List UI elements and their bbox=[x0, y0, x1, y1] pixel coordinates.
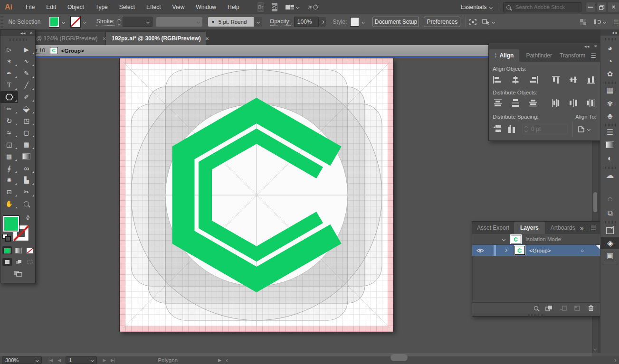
arrange-documents-button[interactable] bbox=[285, 4, 299, 10]
brush-dropdown-button[interactable] bbox=[254, 17, 262, 27]
dock-color[interactable]: ◕ bbox=[600, 42, 619, 54]
chevron-down-icon[interactable] bbox=[362, 20, 365, 24]
polygon-tool[interactable] bbox=[0, 91, 18, 103]
fit-artwork-button[interactable] bbox=[469, 19, 476, 25]
dock-symbols[interactable]: ♣ bbox=[600, 110, 619, 122]
tab-document-2[interactable]: 192px.ai* @ 300% (RGB/Preview) ✕ bbox=[106, 32, 206, 45]
panel-menu-icon[interactable]: ☰ bbox=[590, 52, 596, 59]
bridge-button[interactable]: Br bbox=[257, 2, 264, 12]
stroke-width-dropdown[interactable] bbox=[123, 17, 152, 27]
draw-behind-button[interactable] bbox=[14, 258, 23, 266]
expand-chevron-icon[interactable] bbox=[504, 249, 507, 252]
stroke-swatch[interactable] bbox=[70, 16, 81, 28]
dock-libraries[interactable]: ☁ bbox=[600, 169, 619, 181]
isolation-layer-link[interactable]: r 10 bbox=[36, 47, 45, 54]
visibility-toggle[interactable] bbox=[476, 247, 485, 254]
free-transform-tool[interactable]: ▢ bbox=[18, 127, 36, 139]
horizontal-scrollbar-thumb[interactable] bbox=[390, 354, 408, 361]
dock-grip[interactable] bbox=[604, 221, 616, 224]
tab-asset-export[interactable]: Asset Export bbox=[477, 224, 509, 231]
opacity-field[interactable]: 100% bbox=[294, 17, 319, 27]
mesh-tool[interactable]: ▩ bbox=[0, 150, 18, 162]
opacity-panel-link[interactable]: Opacity: bbox=[270, 18, 291, 26]
gradient-tool[interactable] bbox=[18, 150, 36, 162]
tab-layers[interactable]: Layers bbox=[514, 222, 545, 234]
stock-search-box[interactable] bbox=[503, 2, 581, 12]
dock-color-guide[interactable]: ◔ bbox=[600, 55, 619, 67]
paintbrush-tool[interactable]: ✐ bbox=[18, 91, 36, 103]
dock-gradient[interactable] bbox=[600, 139, 619, 151]
distribute-bottom-button[interactable] bbox=[526, 98, 540, 108]
fill-proxy[interactable] bbox=[3, 215, 19, 232]
screen-mode-button[interactable] bbox=[11, 269, 24, 278]
artboard[interactable] bbox=[120, 58, 393, 332]
align-right-button[interactable] bbox=[526, 75, 540, 85]
slice-tool[interactable]: ✂ bbox=[18, 186, 36, 198]
chevron-down-icon[interactable] bbox=[83, 20, 86, 24]
curvature-tool[interactable]: ✎ bbox=[18, 67, 36, 79]
artboard-tool[interactable]: ⊡ bbox=[0, 186, 18, 198]
rotate-tool[interactable]: ↻ bbox=[0, 115, 18, 127]
fill-swatch[interactable] bbox=[49, 16, 59, 28]
status-chevron-left-icon[interactable]: ‹ bbox=[226, 357, 228, 364]
magic-wand-tool[interactable]: ✶ bbox=[0, 56, 18, 67]
target-circle-icon[interactable]: ○ bbox=[581, 248, 584, 253]
panel-drag-grip[interactable] bbox=[9, 38, 27, 41]
tab-artboards[interactable]: Artboards bbox=[551, 224, 575, 231]
close-icon[interactable]: ✕ bbox=[29, 31, 33, 35]
dock-layers[interactable]: ◈ bbox=[601, 237, 619, 249]
dock-swatches[interactable]: ▦ bbox=[600, 84, 619, 96]
tab-pathfinder[interactable]: Pathfinder bbox=[526, 52, 552, 59]
eyedropper-tool[interactable]: ∮ bbox=[0, 162, 18, 174]
color-mode-button[interactable] bbox=[2, 246, 12, 254]
opacity-submenu-button[interactable] bbox=[319, 17, 326, 27]
layer-row-isolation[interactable]: Isolation Mode bbox=[472, 234, 600, 245]
status-flyout-icon[interactable]: ▶ bbox=[218, 358, 221, 363]
gradient-mode-button[interactable] bbox=[14, 246, 23, 254]
restore-button[interactable] bbox=[597, 2, 606, 12]
control-panel-menu-button[interactable]: ☰ bbox=[613, 19, 619, 26]
direct-selection-tool[interactable]: ▶ bbox=[18, 44, 36, 56]
line-segment-tool[interactable]: ╱ bbox=[18, 79, 36, 91]
dock-transparency[interactable]: ◐ bbox=[600, 152, 619, 164]
panel-menu-icon[interactable]: ☰ bbox=[590, 224, 596, 232]
shaper-tool[interactable]: ✏ bbox=[0, 103, 18, 115]
expand-chevron-icon[interactable] bbox=[502, 237, 505, 241]
swap-fill-stroke-icon[interactable]: ⇄ bbox=[24, 214, 32, 222]
style-swatch[interactable] bbox=[350, 17, 359, 27]
dock-asset-export[interactable]: ↗ bbox=[600, 224, 619, 237]
shape-builder-tool[interactable]: ◱ bbox=[0, 139, 18, 150]
panel-cycle-icon[interactable]: ∧∨ bbox=[495, 53, 496, 58]
dock-header[interactable]: ◀◀ bbox=[600, 29, 619, 36]
gpu-performance-button[interactable]: ✈ bbox=[307, 4, 318, 10]
dock-brushes[interactable]: ✾ bbox=[600, 97, 619, 110]
eraser-tool[interactable]: ◪ bbox=[18, 103, 36, 115]
tab-close-icon[interactable]: ✕ bbox=[205, 36, 209, 41]
document-setup-button[interactable]: Document Setup bbox=[372, 17, 419, 27]
draw-normal-button[interactable] bbox=[2, 258, 12, 266]
menu-select[interactable]: Select bbox=[119, 4, 135, 10]
make-clipping-mask-icon[interactable] bbox=[545, 305, 552, 311]
align-left-button[interactable] bbox=[491, 75, 505, 85]
horizontal-scrollbar[interactable] bbox=[0, 353, 592, 356]
panel-overflow-icon[interactable]: » bbox=[580, 224, 583, 232]
menu-view[interactable]: View bbox=[172, 4, 185, 10]
align-v-center-button[interactable] bbox=[566, 75, 581, 85]
menu-edit[interactable]: Edit bbox=[46, 4, 56, 10]
align-panel-header[interactable]: ◀◀ ✕ bbox=[489, 43, 600, 49]
distribute-h-center-button[interactable] bbox=[566, 98, 581, 108]
artboard-navigation-dropdown[interactable]: 1 bbox=[66, 356, 97, 364]
chevron-down-icon[interactable] bbox=[62, 20, 65, 24]
zoom-tool[interactable] bbox=[18, 198, 36, 210]
align-h-center-button[interactable] bbox=[508, 75, 523, 85]
distribute-left-button[interactable] bbox=[549, 98, 563, 108]
search-input[interactable] bbox=[514, 4, 578, 10]
align-to-dropdown[interactable] bbox=[577, 125, 590, 133]
none-mode-button[interactable] bbox=[25, 246, 35, 254]
select-similar-button[interactable] bbox=[482, 19, 495, 25]
dock-artboards[interactable]: ▣ bbox=[600, 250, 619, 262]
hand-tool[interactable]: ✋ bbox=[0, 198, 18, 210]
lasso-tool[interactable]: ∿ bbox=[18, 56, 36, 67]
collapse-icon[interactable]: ◀◀ bbox=[584, 45, 590, 48]
hexagon-c-logo[interactable] bbox=[120, 58, 393, 332]
